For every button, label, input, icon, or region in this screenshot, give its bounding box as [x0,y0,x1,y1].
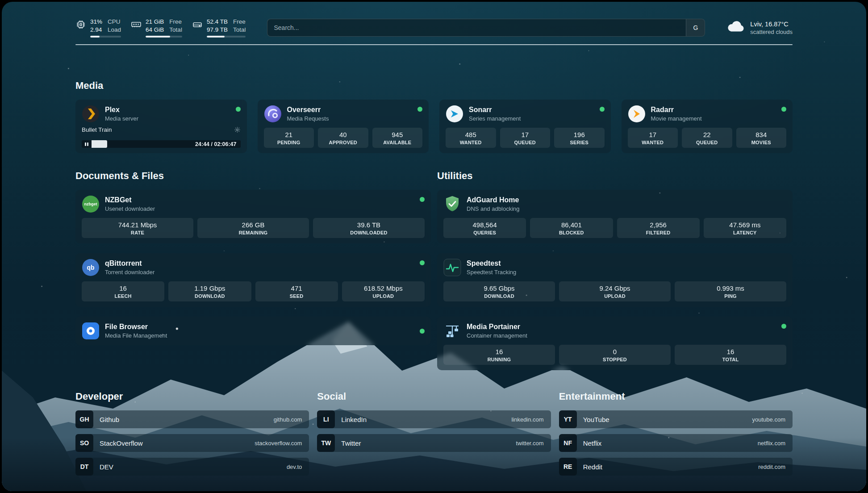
stat-label: UPLOAD [561,293,669,299]
stat-tile: 2,956 FILTERED [617,218,700,238]
bookmark-abbr: YT [559,410,577,428]
bookmark-linkedin[interactable]: LI LinkedIn linkedin.com [317,410,551,428]
svg-text:nzbget: nzbget [84,202,97,206]
stat-label: QUEUED [684,140,730,145]
stat-label: PING [676,293,785,299]
app-description: Media File Management [105,332,167,339]
dashboard-screen: 31% 2.94 CPU Load [2,2,866,491]
app-card-qbittorrent[interactable]: qb qBittorrent Torrent downloader [75,253,431,307]
stat-label: LEECH [83,293,163,299]
stat-tile: 40 APPROVED [318,128,368,148]
stat-tile: 16 RUNNING [443,345,555,365]
stat-value: 16 [83,284,163,292]
cloud-icon [726,20,745,35]
app-card-nzbget[interactable]: nzbget NZBGet Usenet downloader 74 [75,190,431,243]
stat-tile: 9.65 Gbps DOWNLOAD [443,281,555,301]
stat-tile: 498,564 QUERIES [443,218,526,238]
memory-icon [131,19,142,30]
app-card-adguard[interactable]: AdGuard Home DNS and adblocking 498,564 … [437,190,793,243]
app-name: NZBGet [105,196,155,204]
section-title-developer: Developer [75,391,309,402]
bookmark-name: Netflix [583,439,602,447]
stat-value: 47.569 ms [705,221,785,229]
radarr-icon [628,105,646,123]
documents-section: Documents & Files nzbget [75,170,431,370]
bookmark-dev[interactable]: DT DEV dev.to [75,458,309,476]
media-section: Media Plex Media server [75,80,793,153]
search-provider-button[interactable]: G [686,19,705,36]
stat-label: REMAINING [199,230,307,235]
stat-tile: 21 PENDING [264,128,314,148]
section-title-utilities: Utilities [437,170,793,182]
app-card-sonarr[interactable]: Sonarr Series management 485 WANTED 17 Q… [439,100,611,153]
app-description: Container management [467,332,527,339]
stat-label: SEED [257,293,336,299]
stat-tile: 86,401 BLOCKED [530,218,613,238]
top-bar: 31% 2.94 CPU Load [75,18,793,38]
bookmark-abbr: GH [75,410,93,428]
stat-tile: 485 WANTED [446,128,496,148]
settings-gear-icon[interactable] [234,126,241,133]
search-input[interactable] [267,19,686,36]
app-card-portainer[interactable]: Media Portainer Container management 16 … [437,317,793,370]
stat-value: 196 [556,131,603,138]
app-card-radarr[interactable]: Radarr Movie management 17 WANTED 22 QUE… [622,100,793,153]
stat-tile: 0.993 ms PING [675,281,786,301]
app-description: Media server [105,115,138,122]
bookmark-abbr: LI [317,410,335,428]
stat-tile: 744.21 Mbps RATE [82,218,193,238]
bookmark-url: github.com [274,416,309,423]
cpu-chip-icon [75,19,86,30]
app-name: Sonarr [469,106,521,114]
stat-tile: 945 AVAILABLE [372,128,423,148]
qbittorrent-icon: qb [82,259,100,276]
bookmark-youtube[interactable]: YT YouTube youtube.com [559,410,793,428]
bookmark-reddit[interactable]: RE Reddit reddit.com [559,458,793,476]
app-name: AdGuard Home [467,196,520,204]
app-card-speedtest[interactable]: Speedtest Speedtest Tracking 9.65 Gbps D… [437,253,793,307]
search-bar: G [267,19,705,37]
cpu-label: CPU [108,18,121,26]
cpu-load-label: Load [108,26,121,34]
stat-value: 17 [630,131,676,138]
stat-value: 16 [676,348,785,355]
memory-progress-fill [146,36,170,38]
header-divider [75,44,793,45]
cpu-usage-value: 31% [90,18,102,26]
stat-value: 39.6 TB [315,221,423,229]
status-indicator [236,107,241,112]
storage-free-label: Free [233,18,246,26]
stat-value: 16 [445,348,553,355]
bookmark-github[interactable]: GH Github github.com [75,410,309,428]
bookmark-twitter[interactable]: TW Twitter twitter.com [317,434,551,452]
stat-label: WANTED [447,140,494,145]
app-card-filebrowser[interactable]: File Browser Media File Management [75,317,431,345]
bookmark-netflix[interactable]: NF Netflix netflix.com [559,434,793,452]
app-card-plex[interactable]: Plex Media server Bullet Train [75,100,247,153]
memory-widget: 21 GiB 64 GiB Free Total [131,18,182,38]
stat-value: 21 [266,131,313,138]
bookmark-name: DEV [100,463,113,471]
stat-label: UPLOAD [344,293,423,299]
memory-free-value: 21 GiB [146,18,164,26]
stat-tile: 22 QUEUED [682,128,732,148]
filebrowser-icon [82,322,100,340]
playback-progress-bar[interactable]: 24:44 / 02:06:47 [82,140,241,148]
stat-label: FILTERED [619,230,698,235]
stat-label: RUNNING [445,357,553,362]
bookmark-abbr: SO [75,434,93,452]
adguard-shield-icon [443,195,461,213]
stat-label: RATE [83,230,192,235]
stat-tile: 834 MOVIES [736,128,787,148]
stat-value: 9.24 Gbps [561,284,669,292]
memory-total-value: 64 GiB [146,26,164,34]
stat-tile: 266 GB REMAINING [197,218,309,238]
app-name: Overseerr [287,106,329,114]
app-card-overseerr[interactable]: Overseerr Media Requests 21 PENDING 40 A… [258,100,429,153]
stat-tile: 16 LEECH [82,281,164,301]
bookmark-stackoverflow[interactable]: SO StackOverflow stackoverflow.com [75,434,309,452]
stat-label: BLOCKED [532,230,611,235]
stat-label: QUEUED [502,140,549,145]
storage-progress-bar [207,36,246,38]
playback-time: 24:44 / 02:06:47 [191,141,240,147]
